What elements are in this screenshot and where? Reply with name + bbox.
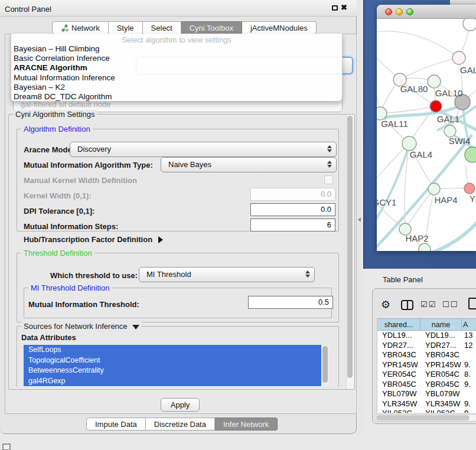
table-row[interactable]: YBR043CYBR043C [377, 350, 476, 360]
attributes-scrollbar-thumb[interactable] [322, 346, 328, 383]
table-row[interactable]: YLR345WYLR345W9. [377, 399, 476, 409]
node-table[interactable]: shared...nameA YDL19...YDL19...13YDR27..… [377, 318, 476, 413]
node-label-gal: GAL [460, 65, 476, 75]
node-label-gal80: GAL80 [400, 84, 428, 94]
table-cell: YER054C [420, 370, 462, 380]
tab-cyni-toolbox[interactable]: Cyni Toolbox [181, 21, 242, 34]
network-view[interactable]: GALGAL80GAL10GAL1GAL11GAL4SWI4GCY1HAP4YH… [377, 19, 476, 251]
tab-discretize-data[interactable]: Discretize Data [146, 418, 215, 431]
network-node[interactable] [430, 100, 442, 112]
network-node-gal4[interactable] [402, 136, 416, 151]
algorithm-option-bayesian-k2[interactable]: Bayesian – K2 [11, 83, 342, 92]
node-label-gcy1: GCY1 [377, 197, 396, 207]
table-cell: YBR045C [377, 380, 420, 390]
aracne-mode-select[interactable]: Discovery [70, 142, 337, 157]
table-cell: YBL079W [420, 389, 462, 399]
apply-button[interactable]: Apply [161, 398, 200, 412]
table-cell: YDL19... [377, 331, 420, 341]
tab-select[interactable]: Select [143, 21, 181, 34]
manual-kernel-label: Manual Kernel Width Definition [24, 176, 137, 185]
collapse-down-icon [132, 325, 139, 330]
collapse-left-icon[interactable] [358, 217, 361, 222]
network-edge-highlight[interactable] [428, 219, 476, 251]
network-node[interactable] [463, 19, 476, 31]
expand-right-icon [158, 236, 163, 243]
network-node-gal11[interactable] [377, 107, 387, 120]
tab-jactivemnodules[interactable]: jActiveMNodules [242, 21, 317, 34]
dpi-tolerance-label: DPI Tolerance [0,1]: [24, 207, 94, 216]
network-edge[interactable] [400, 58, 459, 80]
table-row[interactable]: YBR045CYBR045C9. [377, 380, 476, 390]
mi-type-select[interactable]: Naive Bayes [161, 157, 337, 172]
network-node-hap4[interactable] [428, 183, 440, 195]
attribute-item-betweennesscentrality[interactable]: BetweennessCentrality [24, 366, 321, 376]
column-header-name[interactable]: name [420, 318, 462, 331]
mi-threshold-field[interactable]: 0.5 [248, 296, 333, 309]
table-row[interactable]: YBL079WYBL079W [377, 389, 476, 399]
columns-icon[interactable] [401, 300, 413, 310]
table-cell: 9. [462, 409, 476, 413]
which-threshold-select[interactable]: MI Threshold [139, 267, 315, 282]
algorithm-option-aracne-algorithm[interactable]: ARACNE Algorithm [11, 63, 342, 73]
attribute-item-topologicalcoefficient[interactable]: TopologicalCoefficient [24, 356, 321, 366]
column-header-a[interactable]: A [462, 318, 476, 331]
tab-network[interactable]: Network [52, 21, 109, 34]
node-label-hap2: HAP2 [405, 233, 428, 243]
network-node-swi4[interactable] [465, 147, 476, 162]
tab-label: Impute Data [95, 418, 137, 431]
hub-definition-expander[interactable]: Hub/Transcription Factor Definition [24, 235, 163, 244]
hide-columns-unchecked-icon[interactable]: ☐☐ [442, 300, 458, 309]
sources-group-title[interactable]: Sources for Network Inference [21, 322, 142, 331]
attribute-item-selfloops[interactable]: SelfLoops [24, 345, 321, 356]
network-node-gal10[interactable] [428, 75, 441, 88]
table-scrollbar-thumb[interactable] [376, 415, 470, 420]
gear-icon[interactable]: ⚙ [381, 298, 390, 311]
attribute-item-gal4rgexp[interactable]: gal4RGexp [24, 376, 321, 387]
dpi-tolerance-field[interactable]: 0.0 [250, 203, 335, 216]
network-node-y[interactable] [464, 183, 475, 194]
taskbar-mini-icon[interactable] [2, 444, 11, 450]
table-body: YDL19...YDL19...13YDR27...YDR27...12YBR0… [377, 331, 476, 413]
mi-type-label: Mutual Information Algorithm Type: [24, 161, 153, 169]
column-header-shared-[interactable]: shared... [377, 318, 420, 331]
network-node[interactable] [419, 243, 431, 251]
mi-steps-field[interactable]: 6 [250, 219, 335, 231]
table-row[interactable]: YDR27...YDR27...12 [377, 341, 476, 351]
dropdown-item-list: Bayesian – Hill ClimbingBasic Correlatio… [11, 44, 342, 102]
network-node-gal1[interactable] [444, 125, 456, 137]
threshold-definition-title: Threshold Definition [21, 249, 94, 257]
network-edge[interactable] [377, 31, 459, 58]
algorithm-option-bayesian-hill-climbing[interactable]: Bayesian – Hill Climbing [11, 44, 342, 54]
algorithm-dropdown-popup: Select algorithm to view settings Bayesi… [11, 34, 343, 102]
tab-impute-data[interactable]: Impute Data [86, 418, 146, 431]
export-table-icon[interactable] [468, 298, 476, 309]
kernel-width-field[interactable]: 0.0 [250, 188, 335, 201]
table-header-row: shared...nameA [377, 318, 476, 331]
float-window-icon[interactable] [332, 5, 338, 11]
zoom-traffic-light-icon[interactable] [406, 8, 413, 15]
table-cell: YIL052C [377, 409, 420, 413]
settings-scrollbar-thumb[interactable] [347, 116, 353, 378]
network-node-gal[interactable] [452, 51, 465, 64]
table-row[interactable]: YER054CYER054C8. [377, 370, 476, 380]
algorithm-option-basic-correlation-inference[interactable]: Basic Correlation Inference [11, 54, 342, 63]
table-cell: YIL052C [420, 409, 462, 413]
close-traffic-light-icon[interactable] [385, 8, 392, 15]
manual-kernel-checkbox[interactable] [324, 175, 333, 184]
show-columns-checked-icon[interactable]: ☑☑ [420, 300, 436, 309]
control-panel-titlebar [0, 0, 357, 17]
table-cell: YBL079W [377, 389, 420, 399]
tab-infer-network[interactable]: Infer Network [215, 418, 278, 431]
algorithm-option-dream8-dc-tdc-algorithm[interactable]: Dream8 DC_TDC Algorithm [11, 92, 342, 102]
table-cell: YBR045C [420, 380, 462, 390]
close-icon[interactable]: ✖ [341, 3, 347, 12]
algorithm-option-mutual-information-inference[interactable]: Mutual Information Inference [11, 73, 342, 83]
node-label-gal4: GAL4 [410, 149, 432, 159]
tab-style[interactable]: Style [109, 21, 143, 34]
network-edge[interactable] [377, 144, 409, 190]
minimize-traffic-light-icon[interactable] [396, 8, 403, 15]
table-row[interactable]: YIL052CYIL052C9. [377, 409, 476, 413]
table-row[interactable]: YDL19...YDL19...13 [377, 331, 476, 341]
table-row[interactable]: YPR145WYPR145W9. [377, 360, 476, 370]
data-attributes-list[interactable]: SelfLoopsTopologicalCoefficientBetweenne… [24, 345, 322, 387]
